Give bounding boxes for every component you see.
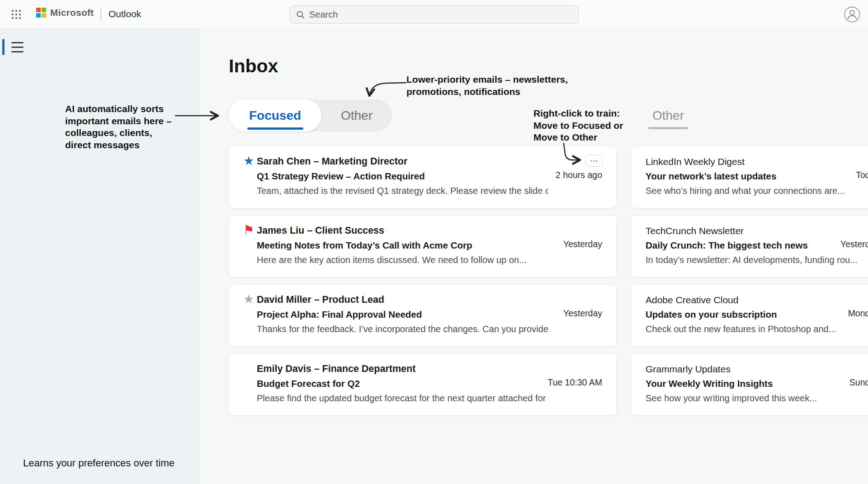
- email-subject: Updates on your subscription: [646, 307, 868, 322]
- email-preview: See how your writing improved this week.…: [646, 391, 868, 406]
- tab-other[interactable]: Other: [321, 99, 392, 132]
- email-card[interactable]: Emily Davis – Finance Department Budget …: [229, 353, 617, 416]
- microsoft-wordmark: Microsoft: [50, 7, 94, 18]
- microsoft-logo[interactable]: Microsoft: [36, 7, 94, 18]
- email-time: Yesterday: [840, 239, 868, 249]
- hamburger-icon: [11, 42, 24, 52]
- annotation-learns-note: Learns your preferences over time: [23, 457, 186, 470]
- star-icon[interactable]: ★: [242, 291, 255, 307]
- menu-button[interactable]: [7, 38, 27, 56]
- email-card[interactable]: ★ David Miller – Product Lead Project Al…: [229, 284, 617, 347]
- account-button[interactable]: [844, 6, 861, 23]
- app-launcher-button[interactable]: [7, 5, 25, 23]
- more-options-button[interactable]: ⋯: [585, 155, 603, 167]
- inbox-tabs: Focused Other: [229, 99, 392, 132]
- annotation-focused-note: AI automatically sorts important emails …: [65, 103, 175, 151]
- email-sender: James Liu – Client Success: [257, 223, 548, 238]
- email-preview: Thanks for the feedback. I’ve incorporat…: [257, 322, 548, 337]
- email-sender: David Miller – Product Lead: [257, 292, 548, 307]
- email-card[interactable]: Adobe Creative Cloud Updates on your sub…: [631, 284, 868, 347]
- email-subject: Meeting Notes from Today’s Call with Acm…: [257, 238, 548, 253]
- email-sender: TechCrunch Newsletter: [646, 223, 868, 238]
- star-icon[interactable]: ★: [242, 153, 255, 169]
- page-title: Inbox: [229, 56, 278, 77]
- ellipsis-icon: ⋯: [590, 157, 598, 165]
- email-time: Yesterday: [563, 308, 602, 319]
- email-sender: Adobe Creative Cloud: [646, 292, 868, 307]
- email-sender: Grammarly Updates: [646, 362, 868, 376]
- email-preview: Please find the updated budget forecast …: [257, 391, 548, 406]
- other-column-underline: [648, 127, 688, 129]
- email-sender: Sarah Chen – Marketing Director: [257, 154, 548, 169]
- top-bar: Microsoft Outlook: [0, 0, 868, 29]
- tab-other-label: Other: [341, 108, 373, 123]
- email-sender: Emily Davis – Finance Department: [257, 362, 548, 376]
- email-card[interactable]: TechCrunch Newsletter Daily Crunch: The …: [631, 215, 868, 277]
- focused-tab-underline: [247, 127, 303, 130]
- email-card[interactable]: ★ Sarah Chen – Marketing Director Q1 Str…: [229, 146, 617, 208]
- email-subject: Budget Forecast for Q2: [257, 376, 548, 391]
- tab-focused-label: Focused: [249, 108, 301, 123]
- email-time: 2 hours ago: [556, 170, 602, 180]
- other-column-label: Other: [637, 108, 700, 123]
- other-column-header: Other: [637, 108, 700, 129]
- tab-focused[interactable]: Focused: [229, 99, 321, 132]
- microsoft-squares-icon: [36, 8, 46, 18]
- email-card[interactable]: ⚑ James Liu – Client Success Meeting Not…: [229, 215, 617, 277]
- annotation-train-note: Right-click to train: Move to Focused or…: [533, 108, 637, 144]
- email-preview: See who’s hiring and what your connectio…: [646, 183, 868, 198]
- email-subject: Project Alpha: Final Approval Needed: [257, 307, 548, 322]
- avatar-icon: [844, 6, 861, 23]
- email-time: Monday: [848, 308, 868, 319]
- sidebar: [0, 29, 199, 484]
- email-time: Today: [856, 170, 868, 180]
- other-email-list: LinkedIn Weekly Digest Your network’s la…: [631, 146, 868, 416]
- email-time: Tue 10:30 AM: [547, 377, 602, 388]
- brand-divider: [100, 9, 101, 21]
- flag-icon[interactable]: ⚑: [242, 222, 255, 238]
- search-input[interactable]: [309, 9, 572, 20]
- email-subject: Q1 Strategy Review – Action Required: [257, 169, 548, 183]
- email-time: Yesterday: [563, 239, 602, 249]
- email-preview: Here are the key action items discussed.…: [257, 253, 548, 268]
- app-name: Outlook: [108, 9, 141, 19]
- email-preview: In today’s newsletter: AI developments, …: [646, 253, 868, 268]
- outlook-window: { "topbar": { "microsoft": "Microsoft", …: [0, 0, 868, 484]
- email-preview: Team, attached is the revised Q1 strateg…: [257, 183, 548, 198]
- email-subject: Your network’s latest updates: [646, 169, 868, 183]
- search-box[interactable]: [289, 5, 579, 23]
- sidebar-accent-bar: [2, 39, 5, 55]
- email-sender: LinkedIn Weekly Digest: [646, 154, 868, 169]
- annotation-other-note: Lower-priority emails – newsletters, pro…: [406, 73, 587, 98]
- email-card[interactable]: Grammarly Updates Your Weekly Writing In…: [631, 353, 868, 416]
- search-icon: [296, 10, 305, 19]
- email-preview: Check out the new features in Photoshop …: [646, 322, 868, 337]
- focused-email-list: ★ Sarah Chen – Marketing Director Q1 Str…: [229, 146, 617, 416]
- email-time: Sunday: [849, 377, 868, 388]
- waffle-icon: [12, 10, 21, 19]
- email-subject: Your Weekly Writing Insights: [646, 376, 868, 391]
- email-subject: Daily Crunch: The biggest tech news: [646, 238, 868, 253]
- email-card[interactable]: LinkedIn Weekly Digest Your network’s la…: [631, 146, 868, 208]
